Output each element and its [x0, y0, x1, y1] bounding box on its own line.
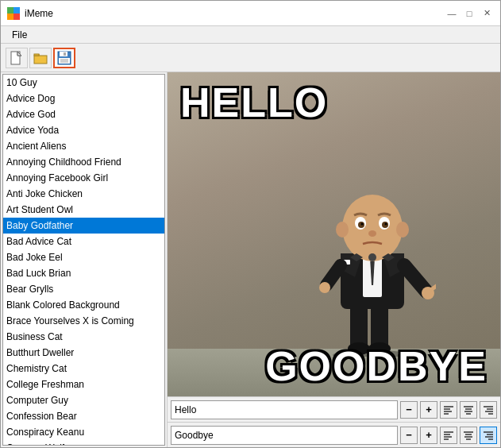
- list-item[interactable]: Bad Advice Cat: [3, 234, 164, 249]
- svg-point-31: [336, 222, 349, 238]
- align-left-btn-2[interactable]: [440, 427, 457, 444]
- app-title: iMeme: [25, 8, 53, 19]
- title-bar: iMeme — □ ✕: [1, 1, 500, 26]
- baby-figure: [309, 174, 436, 357]
- svg-rect-2: [7, 14, 13, 20]
- open-button[interactable]: [29, 48, 52, 68]
- meme-preview: HELLO GOODBYE: [168, 72, 500, 396]
- svg-rect-11: [64, 52, 66, 56]
- toolbar: [1, 44, 500, 72]
- svg-point-38: [384, 223, 387, 226]
- font-decrease-btn-2[interactable]: −: [400, 427, 418, 444]
- list-item[interactable]: 10 Guy: [3, 75, 164, 91]
- align-left-btn-1[interactable]: [440, 401, 457, 419]
- title-controls: — □ ✕: [445, 6, 494, 21]
- meme-top-text: HELLO: [180, 82, 328, 123]
- list-item[interactable]: Annoying Childhood Friend: [3, 154, 164, 170]
- meme-canvas: HELLO GOODBYE: [168, 72, 500, 396]
- svg-rect-8: [34, 54, 39, 56]
- list-item[interactable]: College Freshman: [3, 377, 164, 392]
- list-item[interactable]: Computer Guy: [3, 392, 164, 408]
- svg-point-42: [368, 253, 376, 261]
- align-right-btn-2[interactable]: [480, 427, 497, 444]
- list-item[interactable]: Bad Luck Brian: [3, 265, 164, 281]
- svg-point-29: [319, 282, 330, 293]
- menu-bar: File: [1, 26, 500, 44]
- svg-rect-1: [13, 7, 20, 14]
- list-item[interactable]: Art Student Owl: [3, 202, 164, 218]
- list-item[interactable]: Advice God: [3, 106, 164, 122]
- svg-rect-3: [13, 14, 20, 20]
- main-window: iMeme — □ ✕ File: [0, 0, 501, 448]
- right-panel: HELLO GOODBYE − +: [168, 72, 500, 447]
- minimize-button[interactable]: —: [445, 6, 459, 21]
- meme-list[interactable]: 10 GuyAdvice DogAdvice GodAdvice YodaAnc…: [2, 74, 165, 446]
- title-bar-left: iMeme: [7, 7, 53, 20]
- list-item[interactable]: Annoying Facebook Girl: [3, 170, 164, 186]
- list-item[interactable]: Anti Joke Chicken: [3, 186, 164, 202]
- svg-rect-7: [34, 56, 47, 64]
- font-increase-btn-2[interactable]: +: [420, 427, 437, 444]
- content-area: 10 GuyAdvice DogAdvice GodAdvice YodaAnc…: [1, 72, 500, 447]
- menu-file[interactable]: File: [7, 28, 32, 42]
- svg-point-39: [368, 230, 376, 237]
- font-decrease-btn-1[interactable]: −: [400, 401, 418, 419]
- svg-line-25: [404, 265, 426, 292]
- list-item[interactable]: Baby Godfather: [3, 218, 164, 234]
- list-item[interactable]: Ancient Aliens: [3, 138, 164, 154]
- app-icon: [7, 7, 20, 20]
- svg-rect-0: [7, 7, 13, 14]
- svg-point-30: [342, 195, 403, 261]
- text-input-row-1: − +: [168, 396, 500, 422]
- list-item[interactable]: Courage Wolf: [3, 440, 164, 446]
- svg-point-32: [396, 222, 409, 238]
- align-right-btn-1[interactable]: [480, 401, 497, 419]
- list-item[interactable]: Butthurt Dweller: [3, 345, 164, 361]
- svg-point-37: [360, 223, 363, 226]
- list-item[interactable]: Brace Yourselves X is Coming: [3, 313, 164, 329]
- bottom-text-input[interactable]: [171, 426, 398, 445]
- align-center-btn-1[interactable]: [460, 401, 477, 419]
- font-increase-btn-1[interactable]: +: [420, 401, 437, 419]
- svg-rect-13: [60, 59, 68, 63]
- maximize-button[interactable]: □: [462, 6, 476, 21]
- save-button[interactable]: [53, 48, 75, 68]
- list-item[interactable]: Advice Yoda: [3, 122, 164, 138]
- svg-line-27: [432, 284, 436, 289]
- meme-list-panel: 10 GuyAdvice DogAdvice GodAdvice YodaAnc…: [1, 72, 168, 447]
- list-item[interactable]: Conspiracy Keanu: [3, 424, 164, 440]
- list-item[interactable]: Advice Dog: [3, 91, 164, 106]
- list-item[interactable]: Chemistry Cat: [3, 361, 164, 377]
- text-input-row-2: − +: [168, 422, 500, 447]
- list-item[interactable]: Blank Colored Background: [3, 297, 164, 313]
- top-text-input[interactable]: [171, 400, 398, 419]
- new-button[interactable]: [6, 48, 28, 68]
- list-item[interactable]: Confession Bear: [3, 408, 164, 424]
- svg-line-28: [326, 265, 341, 285]
- list-item[interactable]: Business Cat: [3, 329, 164, 345]
- meme-bottom-text: GOODBYE: [265, 346, 488, 387]
- align-center-btn-2[interactable]: [460, 427, 477, 444]
- list-item[interactable]: Bad Joke Eel: [3, 249, 164, 265]
- close-button[interactable]: ✕: [480, 6, 494, 21]
- list-item[interactable]: Bear Grylls: [3, 281, 164, 297]
